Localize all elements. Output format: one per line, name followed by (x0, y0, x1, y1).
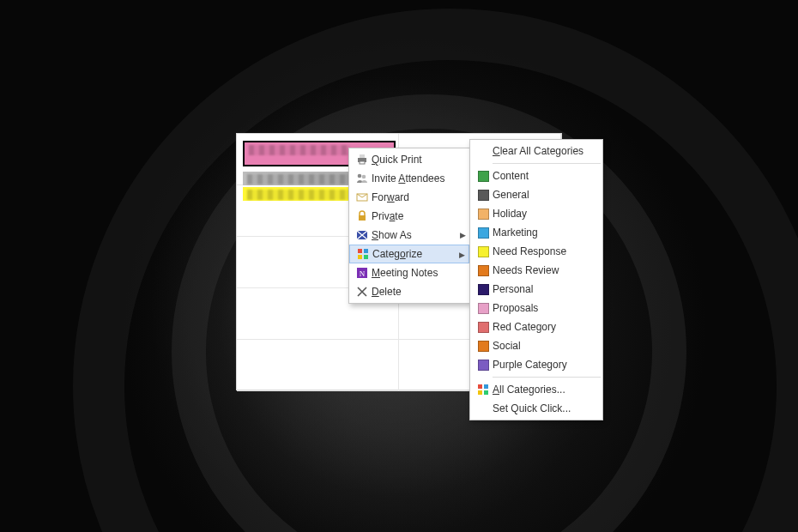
menu-item-category[interactable]: Proposals (470, 299, 602, 317)
blank-icon (474, 401, 493, 416)
category-swatch-icon (474, 300, 493, 316)
svg-rect-17 (484, 390, 488, 395)
category-swatch-icon (474, 187, 493, 203)
menu-item-category[interactable]: General (470, 185, 602, 204)
envelope-icon (353, 190, 372, 205)
menu-label: Personal (493, 283, 589, 295)
menu-label: Quick Print (372, 154, 456, 166)
categorize-icon (474, 382, 493, 397)
svg-rect-11 (364, 255, 368, 259)
svg-rect-8 (358, 249, 362, 253)
svg-rect-1 (360, 154, 365, 158)
menu-label: Marketing (493, 227, 589, 239)
menu-item-category[interactable]: Personal (470, 280, 602, 299)
redacted-text (249, 145, 350, 155)
category-swatch-icon (474, 263, 493, 278)
attendees-icon (353, 171, 372, 186)
menu-label: Meeting Notes (372, 267, 456, 279)
category-swatch-icon (474, 319, 493, 335)
printer-icon (353, 152, 372, 167)
menu-item-category[interactable]: Red Category (470, 317, 602, 336)
menu-label: Categorize (372, 248, 455, 260)
svg-rect-6 (359, 215, 366, 221)
context-menu: Quick Print Invite Attendees Forward Pri… (348, 148, 470, 304)
category-swatch-icon (474, 357, 493, 372)
menu-label: All Categories... (493, 384, 589, 396)
svg-rect-15 (484, 384, 488, 389)
delete-icon (353, 284, 372, 299)
menu-item-categorize[interactable]: Categorize ▶ (349, 245, 469, 263)
categorize-submenu: Clear All Categories ContentGeneralHolid… (469, 139, 603, 420)
menu-separator (493, 163, 601, 164)
menu-item-private[interactable]: Private (349, 207, 469, 226)
menu-item-category[interactable]: Social (470, 336, 602, 355)
menu-item-delete[interactable]: Delete (349, 282, 469, 301)
submenu-arrow-icon: ▶ (460, 231, 466, 239)
menu-label: Content (493, 170, 589, 182)
menu-item-category[interactable]: Purple Category (470, 355, 602, 374)
busy-icon (353, 227, 372, 243)
menu-label: Private (372, 210, 456, 222)
menu-item-category[interactable]: Content (470, 166, 602, 185)
menu-label: Invite Attendees (372, 172, 456, 184)
blank-icon (474, 143, 493, 159)
category-swatch-icon (474, 338, 493, 354)
menu-item-invite-attendees[interactable]: Invite Attendees (349, 169, 469, 188)
svg-rect-14 (478, 384, 482, 389)
menu-label: Forward (372, 191, 456, 203)
menu-label: Proposals (493, 302, 589, 314)
category-swatch-icon (474, 168, 493, 184)
svg-rect-9 (364, 249, 368, 253)
submenu-arrow-icon: ▶ (459, 251, 465, 259)
svg-point-4 (362, 175, 366, 179)
lock-icon (353, 209, 372, 224)
menu-label: Show As (372, 229, 456, 241)
menu-item-all-categories[interactable]: All Categories... (470, 380, 602, 399)
menu-label: Red Category (493, 321, 589, 333)
menu-item-category[interactable]: Need Response (470, 242, 602, 261)
menu-item-category[interactable]: Needs Review (470, 261, 602, 280)
category-swatch-icon (474, 225, 493, 240)
menu-label: Delete (372, 286, 456, 298)
svg-text:N: N (360, 269, 366, 278)
menu-label: General (493, 189, 589, 201)
menu-item-set-quick-click[interactable]: Set Quick Click... (470, 399, 602, 418)
menu-separator (493, 377, 601, 378)
category-swatch-icon (474, 281, 493, 297)
menu-item-forward[interactable]: Forward (349, 188, 469, 207)
menu-label: Purple Category (493, 359, 589, 371)
calendar-panel: ids Quick Print Invite Attendees Forward (236, 133, 562, 390)
svg-rect-2 (360, 161, 365, 164)
menu-item-category[interactable]: Holiday (470, 204, 602, 223)
svg-rect-16 (478, 390, 482, 395)
categorize-icon (354, 246, 372, 262)
menu-label: Social (493, 340, 589, 352)
menu-item-category[interactable]: Marketing (470, 223, 602, 242)
onenote-icon: N (353, 265, 372, 281)
menu-label: Need Response (493, 245, 589, 257)
menu-item-quick-print[interactable]: Quick Print (349, 150, 469, 169)
category-swatch-icon (474, 244, 493, 259)
menu-label: Set Quick Click... (493, 402, 589, 414)
menu-item-meeting-notes[interactable]: N Meeting Notes (349, 263, 469, 282)
menu-item-clear-categories[interactable]: Clear All Categories (470, 142, 602, 160)
menu-label: Needs Review (493, 264, 589, 276)
menu-label: Holiday (493, 208, 589, 220)
svg-point-3 (358, 174, 362, 178)
menu-label: Clear All Categories (493, 145, 589, 157)
menu-item-show-as[interactable]: Show As ▶ (349, 226, 469, 245)
svg-rect-10 (358, 255, 362, 259)
category-swatch-icon (474, 206, 493, 221)
